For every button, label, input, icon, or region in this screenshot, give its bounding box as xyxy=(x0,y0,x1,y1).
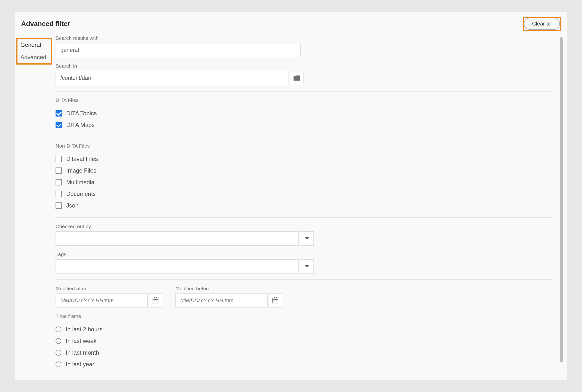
modified-after-input[interactable] xyxy=(55,294,148,308)
search-results-with-input[interactable] xyxy=(55,43,301,57)
tags-label: Tags xyxy=(55,252,556,257)
radio-last-year[interactable]: In last year xyxy=(55,358,556,370)
filter-tabs: General Advanced xyxy=(15,35,54,380)
modified-before-input[interactable] xyxy=(175,294,268,308)
checkbox-image-files[interactable]: Image Files xyxy=(55,165,556,176)
radio-last-2-hours[interactable]: In last 2 hours xyxy=(55,324,556,335)
radio-label: In last year xyxy=(66,361,94,368)
chevron-down-icon xyxy=(305,265,309,268)
radio-icon xyxy=(55,350,61,356)
checked-out-by-label: Checked out by xyxy=(55,224,556,229)
tabs-highlight: General Advanced xyxy=(16,38,52,64)
search-results-with-field: Search results with xyxy=(55,35,556,57)
checkbox-label: Image Files xyxy=(66,167,96,174)
checkbox-dita-topics[interactable]: DITA Topics xyxy=(55,108,556,119)
panel-title: Advanced filter xyxy=(21,20,70,28)
checkbox-label: Ditaval Files xyxy=(66,156,98,162)
radio-label: In last month xyxy=(66,349,99,356)
checkbox-json[interactable]: Json xyxy=(55,200,556,212)
modified-after-field: Modified after xyxy=(55,286,162,308)
check-icon xyxy=(55,110,62,116)
search-results-with-label: Search results with xyxy=(55,35,556,41)
calendar-icon xyxy=(272,298,278,304)
checkbox-label: DITA Topics xyxy=(66,110,97,117)
checked-out-by-field: Checked out by xyxy=(55,224,556,246)
clear-all-highlight: Clear all xyxy=(523,17,561,31)
dita-files-head: DITA Files xyxy=(55,97,556,103)
clear-all-button[interactable]: Clear all xyxy=(524,18,560,30)
modified-before-label: Modified before xyxy=(175,286,282,292)
radio-icon xyxy=(55,362,61,367)
checkbox-label: Documents xyxy=(66,190,96,197)
search-in-label: Search in xyxy=(55,63,556,69)
check-icon xyxy=(55,202,62,209)
tags-field: Tags xyxy=(55,252,556,274)
checkbox-label: Multimedia xyxy=(66,179,94,186)
radio-icon xyxy=(55,326,61,332)
modified-date-row: Modified after Modified before xyxy=(55,286,556,308)
radio-last-week[interactable]: In last week xyxy=(55,335,556,347)
modified-before-calendar-button[interactable] xyxy=(269,294,282,308)
checkbox-dita-maps[interactable]: DITA Maps xyxy=(55,119,556,131)
tags-dropdown-toggle[interactable] xyxy=(300,259,314,274)
radio-label: In last 2 hours xyxy=(66,326,102,333)
folder-icon xyxy=(294,76,300,80)
check-icon xyxy=(55,191,62,197)
check-icon xyxy=(55,179,62,186)
non-dita-files-head: Non-DITA Files xyxy=(55,143,556,149)
timeframe-head: Time frame xyxy=(55,313,556,319)
radio-last-month[interactable]: In last month xyxy=(55,347,556,358)
modified-after-calendar-button[interactable] xyxy=(149,294,162,308)
tags-input[interactable] xyxy=(55,259,299,274)
checked-out-by-input[interactable] xyxy=(55,231,299,246)
checkbox-label: Json xyxy=(66,202,79,209)
checkbox-label: DITA Maps xyxy=(66,122,95,128)
panel-header: Advanced filter Clear all xyxy=(15,12,567,35)
checked-out-by-dropdown-toggle[interactable] xyxy=(300,231,314,246)
check-icon xyxy=(55,156,62,162)
section-divider xyxy=(55,91,553,92)
section-divider xyxy=(55,137,553,137)
chevron-down-icon xyxy=(305,238,309,240)
browse-folder-button[interactable] xyxy=(290,71,303,85)
radio-label: In last week xyxy=(66,338,96,344)
modified-after-label: Modified after xyxy=(55,286,162,292)
checkbox-ditaval-files[interactable]: Ditaval Files xyxy=(55,153,556,165)
scrollbar[interactable] xyxy=(560,37,563,362)
tab-general[interactable]: General xyxy=(17,39,51,51)
radio-icon xyxy=(55,338,61,344)
section-divider xyxy=(55,280,553,280)
check-icon xyxy=(55,168,62,174)
search-in-field: Search in xyxy=(55,63,556,85)
calendar-icon xyxy=(153,298,158,304)
advanced-filter-panel: Advanced filter Clear all General Advanc… xyxy=(14,12,568,380)
checkbox-multimedia[interactable]: Multimedia xyxy=(55,176,556,188)
search-in-input[interactable] xyxy=(55,71,288,85)
checkbox-documents[interactable]: Documents xyxy=(55,188,556,200)
tab-advanced[interactable]: Advanced xyxy=(17,51,51,63)
section-divider xyxy=(55,217,553,218)
filter-content: Search results with Search in DITA Files… xyxy=(54,35,567,380)
check-icon xyxy=(55,122,62,128)
modified-before-field: Modified before xyxy=(175,286,282,308)
